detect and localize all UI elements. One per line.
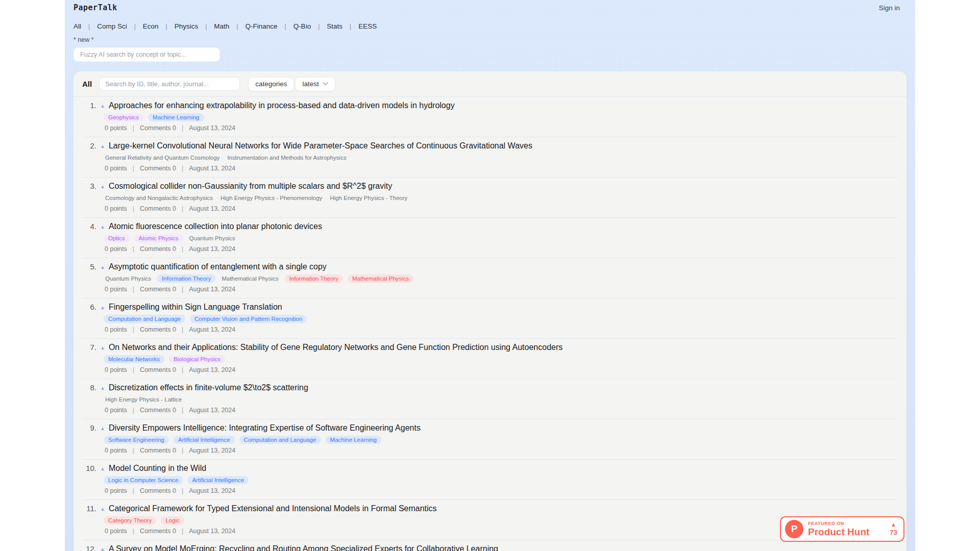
upvote-icon[interactable]: ▲	[100, 264, 105, 270]
tag-purple[interactable]: Biological Physics	[169, 355, 225, 363]
tag-blue[interactable]: Computer Vision and Pattern Recognition	[190, 315, 307, 323]
paper-search-input[interactable]	[99, 77, 240, 91]
nav-item-stats[interactable]: Stats	[327, 22, 342, 30]
tag-blue[interactable]: Information Theory	[157, 274, 215, 283]
upvote-icon[interactable]: ▲	[100, 546, 105, 551]
tag-red[interactable]: Mathematical Physics	[348, 274, 413, 283]
meta-separator: |	[182, 245, 183, 253]
tag-blue[interactable]: Software Engineering	[104, 436, 169, 444]
upvote-icon[interactable]: ▲	[100, 506, 105, 512]
nav-item-eess[interactable]: EESS	[358, 22, 377, 30]
comments-link[interactable]: Comments 0	[140, 447, 176, 454]
nav-item-math[interactable]: Math	[214, 22, 229, 30]
tag-blue[interactable]: Artificial Intelligence	[187, 476, 249, 484]
nav-item-q-bio[interactable]: Q-Bio	[293, 22, 311, 30]
paper-title[interactable]: Fingerspelling within Sign Language Tran…	[109, 303, 282, 312]
paper-tags: Molecular NetworksBiological Physics	[104, 355, 898, 363]
upvote-icon[interactable]: ▲	[100, 224, 105, 230]
points-label: 0 points	[105, 447, 127, 454]
tag-plain[interactable]: Quantum Physics	[188, 234, 237, 242]
comments-link[interactable]: Comments 0	[140, 366, 176, 373]
tag-blue[interactable]: Artificial Intelligence	[174, 436, 235, 444]
sort-label: latest	[302, 80, 318, 88]
tag-blue[interactable]: Computation and Language	[104, 315, 185, 323]
comments-link[interactable]: Comments 0	[140, 487, 176, 494]
upvote-icon[interactable]: ▲	[100, 466, 105, 471]
tag-red[interactable]: Information Theory	[285, 274, 343, 283]
tag-plain[interactable]: General Relativity and Quantum Cosmology	[104, 154, 221, 162]
upvote-icon[interactable]: ▲	[100, 385, 105, 391]
paper-title[interactable]: Asymptotic quantification of entanglemen…	[109, 262, 327, 271]
nav-separator: |	[285, 23, 286, 30]
sign-in-link[interactable]: Sign in	[879, 4, 900, 12]
tag-blue[interactable]: Machine Learning	[326, 436, 381, 444]
comments-link[interactable]: Comments 0	[140, 326, 176, 333]
tab-all[interactable]: All	[82, 80, 92, 88]
categories-button[interactable]: categories	[248, 77, 294, 91]
comments-link[interactable]: Comments 0	[140, 124, 176, 132]
tag-blue[interactable]: Machine Learning	[148, 113, 204, 121]
fuzzy-ai-search-input[interactable]	[74, 47, 220, 62]
sort-latest-button[interactable]: latest	[295, 77, 335, 91]
upvote-icon[interactable]: ▲	[100, 305, 105, 310]
tag-plain[interactable]: Quantum Physics	[104, 274, 153, 283]
tag-purple[interactable]: Geophysics	[104, 113, 143, 121]
comments-link[interactable]: Comments 0	[140, 245, 176, 253]
paper-rank: 3.	[82, 182, 96, 190]
paper-row: 11.▲Categorical Framework for Typed Exte…	[82, 500, 898, 540]
upvote-icon[interactable]: ▲	[100, 184, 105, 189]
paper-row: 8.▲Discretization effects in finite-volu…	[82, 379, 898, 419]
tag-red[interactable]: Category Theory	[104, 516, 156, 524]
nav-item-q-finance[interactable]: Q-Finance	[245, 22, 277, 30]
comments-link[interactable]: Comments 0	[140, 407, 176, 414]
paper-tags: General Relativity and Quantum Cosmology…	[104, 154, 898, 162]
tag-plain[interactable]: High Energy Physics - Theory	[328, 194, 409, 202]
tag-plain[interactable]: Cosmology and Nongalactic Astrophysics	[104, 194, 214, 202]
paper-title[interactable]: On Networks and their Applications: Stab…	[109, 343, 562, 352]
tag-plain[interactable]: Mathematical Physics	[220, 274, 280, 283]
comments-link[interactable]: Comments 0	[140, 286, 176, 293]
tag-blue[interactable]: Computation and Language	[239, 436, 321, 444]
tag-blue[interactable]: Molecular Networks	[104, 355, 164, 363]
nav-item-physics[interactable]: Physics	[175, 22, 199, 30]
paper-meta: 0 points|Comments 0|August 13, 2024	[105, 286, 898, 293]
paper-title[interactable]: A Survey on Model MoErging: Recycling an…	[109, 544, 498, 551]
paper-title[interactable]: Atomic fluorescence collection into plan…	[109, 222, 322, 231]
upvote-icon[interactable]: ▲	[100, 143, 105, 149]
brand-logo[interactable]: PaperTalk	[74, 3, 117, 12]
vote-count: 73	[890, 529, 897, 536]
new-feature-label: * new *	[74, 36, 94, 43]
upvote-icon[interactable]: ▲	[100, 345, 105, 350]
comments-link[interactable]: Comments 0	[140, 205, 176, 212]
upvote-icon[interactable]: ▲	[100, 425, 105, 431]
upvote-icon[interactable]: ▲	[100, 103, 105, 109]
paper-title[interactable]: Approaches for enhancing extrapolability…	[109, 101, 455, 110]
meta-separator: |	[182, 124, 183, 132]
comments-link[interactable]: Comments 0	[140, 528, 176, 535]
meta-separator: |	[133, 326, 134, 333]
nav-item-all[interactable]: All	[74, 22, 81, 30]
tag-plain[interactable]: Instrumentation and Methods for Astrophy…	[226, 154, 348, 162]
panel-header: All categories latest	[74, 71, 906, 97]
paper-title[interactable]: Model Counting in the Wild	[109, 464, 206, 473]
tag-purple[interactable]: Atomic Physics	[134, 234, 183, 242]
paper-title[interactable]: Discretization effects in finite-volume …	[109, 383, 308, 392]
tag-purple[interactable]: Optics	[104, 234, 130, 242]
nav-item-comp-sci[interactable]: Comp Sci	[97, 22, 127, 30]
paper-title[interactable]: Categorical Framework for Typed Extensio…	[109, 504, 437, 513]
tag-red[interactable]: Logic	[161, 516, 184, 524]
date-label: August 13, 2024	[189, 205, 235, 212]
paper-rank: 12.	[82, 544, 96, 551]
paper-title[interactable]: Diversity Empowers Intelligence: Integra…	[109, 423, 421, 433]
product-hunt-badge[interactable]: P FEATURED ON Product Hunt ▲ 73	[780, 516, 904, 542]
paper-meta: 0 points|Comments 0|August 13, 2024	[105, 447, 898, 454]
paper-rank: 2.	[82, 141, 96, 150]
nav-item-econ[interactable]: Econ	[143, 22, 159, 30]
paper-tags: Computation and LanguageComputer Vision …	[104, 315, 898, 323]
tag-plain[interactable]: High Energy Physics - Phenomenology	[219, 194, 324, 202]
tag-blue[interactable]: Logic in Computer Science	[104, 476, 183, 484]
paper-title[interactable]: Large-kernel Convolutional Neural Networ…	[109, 141, 532, 151]
comments-link[interactable]: Comments 0	[140, 165, 176, 172]
paper-title[interactable]: Cosmological collider non-Gaussianity fr…	[109, 182, 392, 191]
tag-plain[interactable]: High Energy Physics - Lattice	[104, 395, 183, 404]
